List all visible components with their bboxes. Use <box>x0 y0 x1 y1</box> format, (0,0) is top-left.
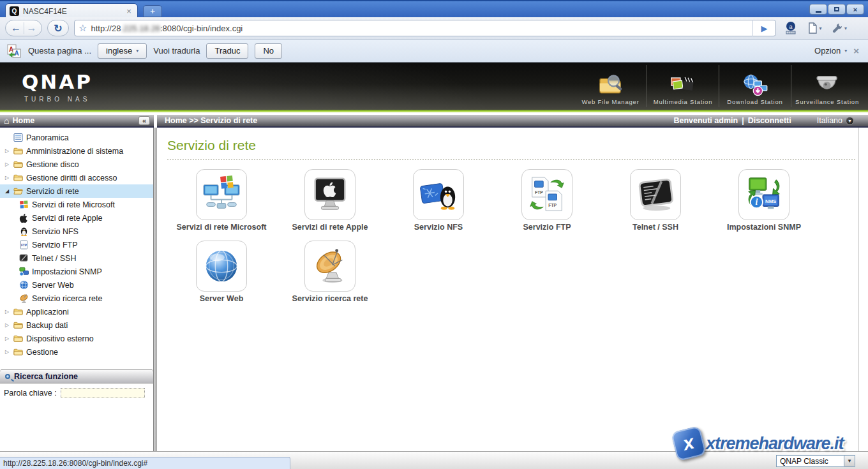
tree-item-servizio-di-rete[interactable]: ◢ Servizio di rete <box>0 184 153 198</box>
tree-item-gestione[interactable]: ▷ Gestione <box>0 345 153 359</box>
logout-link[interactable]: Disconnetti <box>748 116 791 125</box>
infobar-close-icon[interactable]: × <box>853 45 862 56</box>
new-tab-button[interactable]: + <box>143 5 162 17</box>
tile-impostazioni-snmp[interactable]: NMS i Impostazioni SNMP <box>710 169 818 232</box>
plus-icon: + <box>150 6 155 16</box>
translate-button[interactable]: Traduc <box>206 43 248 59</box>
tree-item-telnet-ssh[interactable]: Telnet / SSH <box>0 251 153 265</box>
expander-icon[interactable]: ▷ <box>4 322 10 328</box>
language-label: Italiano <box>817 116 842 125</box>
qnap-favicon-icon: Q <box>10 6 19 16</box>
expander-icon[interactable]: ▷ <box>4 349 10 355</box>
expander-icon[interactable]: ▷ <box>4 161 10 167</box>
expander-icon[interactable]: ◢ <box>4 188 10 194</box>
close-window-button[interactable]: × <box>846 4 864 15</box>
tree-item-servizio-ftp[interactable]: FTP Servizio FTP <box>0 238 153 251</box>
tree-item-server-web[interactable]: Server Web <box>0 278 153 292</box>
reload-button[interactable]: ↻ <box>47 20 69 36</box>
title-separator <box>167 159 855 160</box>
address-bar[interactable]: ☆ http://28 .225.18.26 :8080/cgi-bin/ind… <box>74 20 776 36</box>
nav-buttons: ← → <box>5 20 42 36</box>
language-dropdown-icon: ▾ <box>846 117 854 125</box>
language-selector[interactable]: Italiano ▾ <box>817 116 854 125</box>
svg-text:FTP: FTP <box>21 244 27 247</box>
function-search-row: Parola chiave : <box>0 388 153 398</box>
tree-item-impostazioni-snmp[interactable]: Impostazioni SNMP <box>0 265 153 278</box>
tree-label: Server Web <box>32 281 74 290</box>
navigation-tree: Panoramica ▷ Amministrazione di sistema … <box>0 128 153 359</box>
sidebar-collapse-button[interactable]: « <box>138 116 150 125</box>
folder-open-icon <box>13 186 23 196</box>
tile-servizio-ricerca-rete[interactable]: Servizio ricerca rete <box>276 241 384 303</box>
tile-servizi-di-rete-apple[interactable]: Servizi di rete Apple <box>276 169 384 232</box>
separator: | <box>742 116 744 125</box>
keyword-input[interactable] <box>61 388 145 398</box>
expander-icon[interactable]: ▷ <box>4 148 10 154</box>
tile-servizio-nfs[interactable]: Servizio NFS <box>384 169 493 232</box>
language-dropdown[interactable]: inglese ▾ <box>98 43 147 59</box>
tree-item-gestione-diritti-di-accesso[interactable]: ▷ Gestione diritti di accesso <box>0 171 153 184</box>
tree-item-servizi-di-rete-microsoft[interactable]: Servizi di rete Microsoft <box>0 198 153 211</box>
tab-close-icon[interactable]: × <box>124 6 133 16</box>
web-file-manager-icon <box>597 74 624 97</box>
linux-icon <box>19 227 29 236</box>
tile-label: Servizi di rete Apple <box>292 223 368 232</box>
expander-icon[interactable]: ▷ <box>4 309 10 315</box>
snmp-settings-icon: NMS i <box>744 175 784 214</box>
back-button[interactable]: ← <box>8 22 24 34</box>
forward-button[interactable]: → <box>24 22 39 34</box>
tile-servizio-ftp[interactable]: FTP FTP Servizio FTP <box>493 169 601 232</box>
browser-tab[interactable]: Q NASC4F14E × <box>5 3 138 19</box>
tree-item-amministrazione-di-sistema[interactable]: ▷ Amministrazione di sistema <box>0 144 153 158</box>
tile-servizi-di-rete-microsoft[interactable]: Servizi di rete Microsoft <box>167 169 276 232</box>
sidebar-titlebar: ⌂ Home « <box>0 115 154 128</box>
go-button[interactable]: ▶ <box>752 20 772 36</box>
page-menu-button[interactable]: ▾ <box>805 20 825 36</box>
tree-item-backup-dati[interactable]: ▷ Backup dati <box>0 318 153 332</box>
options-dropdown[interactable]: Opzion ▾ <box>814 46 847 56</box>
translate-infobar-icon: A A <box>6 43 22 59</box>
tree-item-applicazioni[interactable]: ▷ Applicazioni <box>0 305 153 318</box>
tree-item-servizio-ricerca-rete[interactable]: Servizio ricerca rete <box>0 292 153 305</box>
restore-button[interactable] <box>828 4 846 15</box>
qnap-logo-subtitle: TURBO NAS <box>24 96 90 103</box>
station-label: Web File Manager <box>581 98 639 105</box>
download-station-shortcut[interactable]: Download Station <box>719 65 791 107</box>
breadcrumb: Home >> Servizio di rete <box>165 116 257 125</box>
folder-icon <box>13 334 23 343</box>
web-file-manager-shortcut[interactable]: Web File Manager <box>574 65 647 107</box>
expander-icon[interactable]: ▷ <box>4 175 10 181</box>
tile-row-1: Servizi di rete Microsoft Servizi di ret… <box>157 169 868 232</box>
tree-item-panoramica[interactable]: Panoramica <box>0 131 153 144</box>
bookmark-star-icon[interactable]: ☆ <box>79 22 87 34</box>
network-discovery-icon <box>310 246 350 286</box>
minimize-button[interactable] <box>809 4 827 15</box>
restore-icon <box>834 7 839 11</box>
tree-item-dispositivo-esterno[interactable]: ▷ Dispositivo esterno <box>0 332 153 345</box>
tree-label: Telnet / SSH <box>32 254 76 263</box>
snmp-icon <box>19 267 29 276</box>
tree-item-servizio-nfs[interactable]: Servizio NFS <box>0 225 153 238</box>
tree-label: Servizio FTP <box>32 241 78 249</box>
surveillance-station-icon <box>813 74 841 97</box>
expander-icon[interactable]: ▷ <box>4 336 10 341</box>
url-text[interactable]: http://28 .225.18.26 :8080/cgi-bin/index… <box>91 24 243 33</box>
multimedia-station-shortcut[interactable]: Multimedia Station <box>647 65 719 107</box>
dish-icon <box>19 294 29 303</box>
tree-label: Gestione diritti di accesso <box>26 174 117 182</box>
tree-item-servizi-di-rete-apple[interactable]: Servizi di rete Apple <box>0 211 153 225</box>
tree-item-gestione-disco[interactable]: ▷ Gestione disco <box>0 158 153 171</box>
no-button[interactable]: No <box>255 43 282 59</box>
function-search-header: Ricerca funzione <box>0 369 153 383</box>
tile-telnet-ssh[interactable]: Telnet / SSH <box>601 169 710 232</box>
translate-toolbar-button[interactable]: a <box>781 20 800 36</box>
tree-label: Dispositivo esterno <box>26 334 94 343</box>
tile-label: Server Web <box>200 294 244 303</box>
watermark-text: xtremehardware.it <box>706 434 844 454</box>
wrench-menu-button[interactable]: ▾ <box>830 20 849 36</box>
surveillance-station-shortcut[interactable]: Surveillance Station <box>791 65 863 107</box>
tile-server-web[interactable]: Server Web <box>167 241 276 303</box>
close-icon: × <box>853 6 857 13</box>
options-label: Opzion <box>814 46 841 56</box>
svg-text:i: i <box>755 197 758 207</box>
